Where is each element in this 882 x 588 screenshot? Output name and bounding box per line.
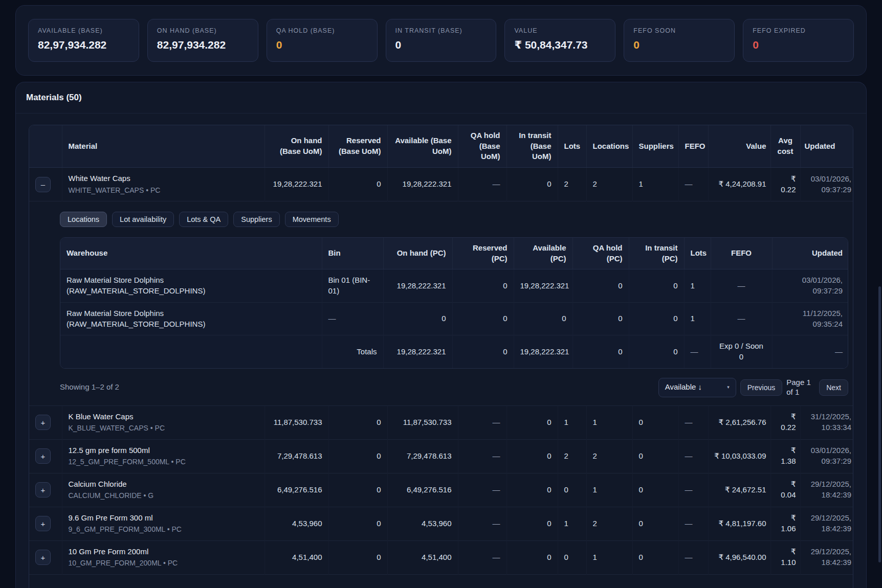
cell-qa-hold: — <box>458 540 506 574</box>
cell-locations: 2 <box>586 507 632 540</box>
column-header-avg-cost: Avg cost <box>770 125 800 168</box>
kpi-card-value: VALUE₹ 50,84,347.73 <box>504 19 615 62</box>
next-button[interactable]: Next <box>819 379 848 396</box>
cell-available: 11,87,530.733 <box>387 405 458 439</box>
column-header-available-base-uom: Available (Base UoM) <box>387 125 458 168</box>
cell-on-hand: 0 <box>383 302 452 335</box>
cell-in-transit: 0 <box>629 269 684 302</box>
cell-on-hand: 4,51,400 <box>264 540 328 574</box>
totals-label: Totals <box>322 335 383 368</box>
cell-qa-hold: 0 <box>572 302 629 335</box>
cell-bin: Bin 01 (BIN-01) <box>322 269 383 302</box>
material-detail-panel: LocationsLot availabilityLots & QASuppli… <box>60 212 848 397</box>
cell-fefo: — <box>711 269 772 302</box>
column-header-lots: Lots <box>558 125 586 168</box>
column-header-reserved-pc: Reserved (PC) <box>452 238 514 269</box>
column-header-in-transit-pc: In transit (PC) <box>629 238 684 269</box>
cell-locations: 2 <box>586 439 632 473</box>
cell-bin: — <box>322 302 383 335</box>
kpi-value: ₹ 50,84,347.73 <box>514 39 606 51</box>
cell-value: ₹ 2,61,256.76 <box>708 405 770 439</box>
cell-qa-hold: — <box>458 439 506 473</box>
column-header-fefo: FEFO <box>711 238 772 269</box>
materials-table-head: MaterialOn hand (Base UoM)Reserved (Base… <box>29 125 853 168</box>
expand-row-button[interactable]: + <box>35 415 51 430</box>
expand-row-button[interactable]: + <box>35 482 51 497</box>
cell-suppliers: 0 <box>632 473 678 507</box>
kpi-panel: AVAILABLE (BASE)82,97,934.282ON HAND (BA… <box>15 5 867 76</box>
expanded-detail-cell: LocationsLot availabilityLots & QASuppli… <box>29 201 853 406</box>
cell-updated: 29/12/2025, 18:42:39 <box>800 507 853 540</box>
expand-row-button[interactable]: + <box>35 516 51 531</box>
materials-title: Materials (50) <box>26 93 856 103</box>
warehouse-name: Raw Material Store Dolphins <box>67 275 316 286</box>
showing-count: Showing 1–2 of 2 <box>60 382 119 393</box>
cell-qa-hold: — <box>458 405 506 439</box>
cell-value: ₹ 10,03,033.09 <box>708 439 770 473</box>
cell-warehouse: Raw Material Store Dolphins(RAW_MATERIAL… <box>60 302 322 335</box>
cell-locations: 1 <box>586 473 632 507</box>
vertical-scrollbar[interactable] <box>878 286 881 562</box>
tab-locations[interactable]: Locations <box>60 212 107 227</box>
column-header-material: Material <box>62 125 264 168</box>
kpi-value: 0 <box>276 39 368 51</box>
tab-movements[interactable]: Movements <box>285 212 339 227</box>
tab-lot-availability[interactable]: Lot availability <box>112 212 174 227</box>
tab-suppliers[interactable]: Suppliers <box>233 212 279 227</box>
materials-header: Materials (50) <box>16 82 866 114</box>
kpi-row: AVAILABLE (BASE)82,97,934.282ON HAND (BA… <box>28 19 854 62</box>
kpi-label: VALUE <box>514 27 606 34</box>
expand-row-button[interactable]: + <box>35 550 51 565</box>
cell-locations: 1 <box>586 405 632 439</box>
table-row: +9.6 Gm Pre Form 300 ml9_6_GM_PRE_FORM_3… <box>29 507 853 540</box>
cell-lots: 2 <box>558 439 586 473</box>
cell-fefo: — <box>678 439 708 473</box>
locations-table: WarehouseBinOn hand (PC)Reserved (PC)Ava… <box>60 238 848 368</box>
expanded-detail-row: LocationsLot availabilityLots & QASuppli… <box>29 201 853 406</box>
cell-material: Calcium ChlorideCALCIUM_CHLORIDE • G <box>62 473 264 507</box>
column-header-updated: Updated <box>772 238 848 269</box>
cell-in-transit: 0 <box>506 507 558 540</box>
cell-expand: – <box>29 168 62 201</box>
cell-lots: 1 <box>684 269 711 302</box>
cell-fefo: — <box>678 168 708 201</box>
material-name: K Blue Water Caps <box>69 412 258 422</box>
cell-reserved: 0 <box>452 302 514 335</box>
kpi-value: 82,97,934.282 <box>157 39 249 51</box>
cell-warehouse: Raw Material Store Dolphins(RAW_MATERIAL… <box>60 269 322 302</box>
sort-select[interactable]: Available ↓ ▾ <box>658 378 736 397</box>
cell-expand: + <box>29 473 62 507</box>
cell-on-hand: 7,29,478.613 <box>264 439 328 473</box>
cell-avg-cost: ₹ 0.22 <box>770 405 800 439</box>
collapse-row-button[interactable]: – <box>35 177 51 192</box>
sort-select-value: Available ↓ <box>665 382 702 393</box>
previous-button[interactable]: Previous <box>740 379 782 396</box>
cell-avg-cost: ₹ 1.10 <box>770 540 800 574</box>
material-code: K_BLUE_WATER_CAPS • PC <box>69 423 258 433</box>
column-header-suppliers: Suppliers <box>632 125 678 168</box>
cell-updated: 03/01/2026, 09:37:29 <box>800 168 853 201</box>
kpi-card-fefo-soon: FEFO SOON0 <box>624 19 735 62</box>
cell-reserved: 0 <box>452 269 514 302</box>
kpi-label: FEFO SOON <box>633 27 725 34</box>
pager: Available ↓ ▾ Previous Page 1 of 1 Next <box>658 378 848 397</box>
tab-lots-qa[interactable]: Lots & QA <box>179 212 228 227</box>
material-code: 12_5_GM_PRE_FORM_500ML • PC <box>69 457 258 467</box>
detail-tabs: LocationsLot availabilityLots & QASuppli… <box>60 212 848 227</box>
cell-reserved: 0 <box>328 473 387 507</box>
page: AVAILABLE (BASE)82,97,934.282ON HAND (BA… <box>0 0 882 588</box>
table-row: +K Blue Water CapsK_BLUE_WATER_CAPS • PC… <box>29 405 853 439</box>
cell-qa-hold: — <box>458 473 506 507</box>
cell-avg-cost: ₹ 0.22 <box>770 168 800 201</box>
column-header-warehouse: Warehouse <box>60 238 322 269</box>
kpi-label: QA HOLD (BASE) <box>276 27 368 34</box>
cell-on-hand: 6,49,276.516 <box>264 473 328 507</box>
cell-in-transit: 0 <box>506 439 558 473</box>
cell-expand: + <box>29 507 62 540</box>
cell-avg-cost: ₹ 1.06 <box>770 507 800 540</box>
expand-row-button[interactable]: + <box>35 448 51 464</box>
cell-fefo: — <box>678 540 708 574</box>
cell-available: 7,29,478.613 <box>387 439 458 473</box>
cell-value: ₹ 4,81,197.60 <box>708 507 770 540</box>
cell-on-hand: 4,53,960 <box>264 507 328 540</box>
